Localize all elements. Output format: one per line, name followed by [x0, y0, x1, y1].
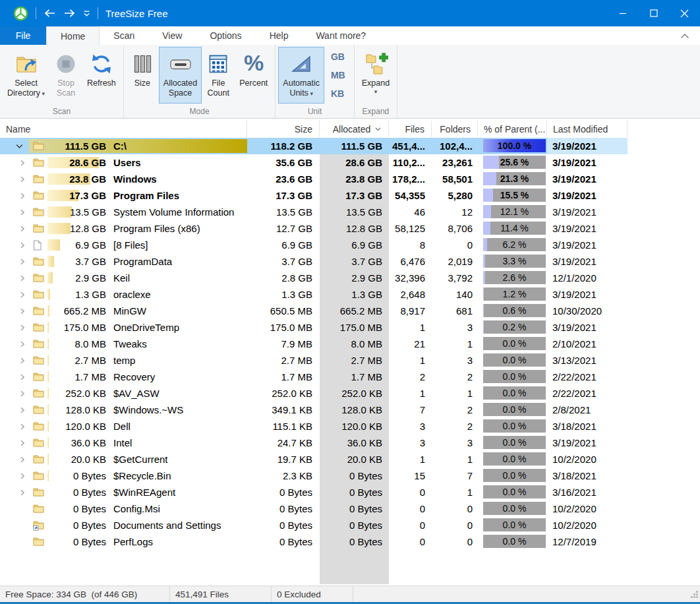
table-row[interactable]: 2.7 MBtemp2.7 MB2.7 MB130.0 %3/13/2021 — [0, 352, 700, 369]
resize-grip[interactable] — [690, 590, 699, 601]
table-row[interactable]: 20.0 KB$GetCurrent19.7 KB20.0 KB110.0 %1… — [0, 451, 700, 468]
allocated-cell: 120.0 KB — [320, 418, 389, 435]
name-cell: 6.9 GB[8 Files] — [0, 237, 247, 253]
size-label: 1.7 MB — [0, 369, 106, 385]
tab-options[interactable]: Options — [196, 26, 255, 45]
titlebar-left: TreeSize Free — [0, 6, 607, 21]
close-button[interactable] — [669, 0, 700, 26]
window-title: TreeSize Free — [105, 8, 167, 19]
column-header-allocated[interactable]: Allocated — [320, 121, 389, 137]
quick-access-dropdown-icon[interactable] — [83, 11, 90, 16]
column-header-size[interactable]: Size — [247, 121, 320, 137]
ribbon-group-label: Unit — [278, 104, 351, 118]
file-count-button[interactable]: FileCount — [202, 47, 234, 104]
table-row[interactable]: 0 Bytes$Recycle.Bin2.3 KB0 Bytes1570.0 %… — [0, 468, 700, 484]
folder-name: OneDriveTemp — [113, 319, 179, 336]
modified-cell: 2/10/2021 — [547, 336, 627, 352]
table-row[interactable]: 0 Bytes$WinREAgent0 Bytes0 Bytes010.0 %3… — [0, 484, 700, 500]
tab-help[interactable]: Help — [256, 26, 303, 45]
percent-bar: 100.0 % — [483, 139, 546, 152]
modified-cell: 3/19/2021 — [547, 237, 627, 253]
table-row[interactable]: 111.5 GBC:\118.2 GB111.5 GB451,4...102,4… — [0, 138, 700, 154]
percent-label: 3.3 % — [483, 255, 546, 268]
column-header-modified[interactable]: Last Modified — [547, 121, 627, 137]
percent-bar: 0.0 % — [483, 535, 546, 548]
table-row[interactable]: 128.0 KB$Windows.~WS349.1 KB128.0 KB720.… — [0, 402, 700, 418]
table-row[interactable]: 8.0 MBTweaks7.9 MB8.0 MB2110.0 %2/10/202… — [0, 336, 700, 352]
modified-cell: 10/2/2020 — [547, 500, 627, 517]
expand-button[interactable]: Expand▾ — [357, 47, 394, 104]
percent-label: 11.4 % — [483, 222, 546, 235]
percent-label: 100.0 % — [483, 139, 546, 152]
table-row[interactable]: 252.0 KB$AV_ASW252.0 KB252.0 KB110.0 %2/… — [0, 385, 700, 402]
back-icon[interactable] — [44, 9, 56, 18]
allocated-space-button[interactable]: AllocatedSpace — [159, 47, 202, 104]
table-row[interactable]: 13.5 GBSystem Volume Information13.5 GB1… — [0, 204, 700, 220]
table-row[interactable]: 665.2 MBMinGW650.5 MB665.2 MB8,9176810.6… — [0, 303, 700, 319]
table-row[interactable]: 12.8 GBProgram Files (x86)12.7 GB12.8 GB… — [0, 220, 700, 237]
modified-cell: 12/1/2020 — [547, 270, 627, 286]
table-row[interactable]: 175.0 MBOneDriveTemp175.0 MB175.0 MB130.… — [0, 319, 700, 336]
percent-bar: 21.3 % — [483, 172, 546, 185]
percent-cell: 0.0 % — [478, 352, 547, 369]
minimize-button[interactable] — [607, 0, 638, 26]
table-row[interactable]: 28.6 GBUsers35.6 GB28.6 GB110,2...23,261… — [0, 154, 700, 171]
folder-name: Config.Msi — [113, 500, 160, 517]
folders-cell: 0 — [432, 517, 478, 533]
collapse-ribbon-icon[interactable] — [680, 26, 689, 45]
unit-mb-button[interactable]: MB — [331, 68, 345, 82]
treesize-logo-icon[interactable] — [13, 6, 28, 21]
percent-cell: 25.6 % — [478, 154, 547, 171]
menu-file[interactable]: File — [0, 26, 46, 45]
table-row[interactable]: 120.0 KBDell115.1 KB120.0 KB320.0 %3/18/… — [0, 418, 700, 435]
allocated-cell: 665.2 MB — [320, 303, 389, 319]
table-row[interactable]: 3.7 GBProgramData3.7 GB3.7 GB6,4762,0193… — [0, 253, 700, 270]
table-row[interactable]: 0 BytesPerfLogs0 Bytes0 Bytes000.0 %12/7… — [0, 533, 700, 550]
tab-want-more[interactable]: Want more? — [302, 26, 380, 45]
unit-gb-button[interactable]: GB — [331, 49, 345, 64]
percent-button[interactable]: %Percent — [235, 47, 272, 104]
forward-icon[interactable] — [63, 9, 76, 18]
folders-cell: 2,019 — [432, 253, 478, 270]
allocated-cell: 2.7 MB — [320, 352, 389, 369]
table-row[interactable]: 1.7 MBRecovery1.7 MB1.7 MB220.0 %2/22/20… — [0, 369, 700, 385]
percent-bar: 11.4 % — [483, 222, 546, 235]
percent-bar: 0.0 % — [483, 386, 546, 400]
table-row[interactable]: 2.9 GBKeil2.8 GB2.9 GB32,3963,7922.6 %12… — [0, 270, 700, 286]
select-directory-button[interactable]: SelectDirectory ▾ — [3, 47, 49, 104]
folder-name: $Windows.~WS — [113, 402, 183, 418]
table-row[interactable]: 23.8 GBWindows23.6 GB23.8 GB178,2...58,5… — [0, 171, 700, 187]
modified-cell: 3/19/2021 — [547, 138, 627, 154]
size-label: 0 Bytes — [0, 484, 106, 500]
refresh-button[interactable]: Refresh — [82, 47, 121, 104]
table-row[interactable]: 6.9 GB[8 Files]6.9 GB6.9 GB806.2 %3/19/2… — [0, 237, 700, 253]
size-button[interactable]: Size — [127, 47, 158, 104]
size-label: 13.5 GB — [0, 204, 106, 220]
table-row[interactable]: 36.0 KBIntel24.7 KB36.0 KB330.0 %3/19/20… — [0, 435, 700, 451]
percent-label: 0.2 % — [483, 320, 546, 334]
tab-view[interactable]: View — [148, 26, 196, 45]
folders-cell: 23,261 — [432, 154, 478, 171]
ribbon-group-mode: SizeAllocatedSpaceFileCount%PercentMode — [124, 45, 276, 118]
tab-scan[interactable]: Scan — [100, 26, 148, 45]
tab-home[interactable]: Home — [46, 26, 100, 45]
automatic-units-button[interactable]: AutomaticUnits ▾ — [278, 47, 324, 104]
table-row[interactable]: 17.3 GBProgram Files17.3 GB17.3 GB54,355… — [0, 187, 700, 204]
percent-bar: 0.0 % — [483, 518, 546, 531]
table-row[interactable]: 0 BytesDocuments and Settings0 Bytes0 By… — [0, 517, 700, 533]
column-header-folders[interactable]: Folders — [432, 121, 478, 137]
table-row[interactable]: 0 BytesConfig.Msi0 Bytes0 Bytes000.0 %10… — [0, 500, 700, 517]
percent-cell: 2.6 % — [478, 270, 547, 286]
table-row[interactable]: 1.3 GBoraclexe1.3 GB1.3 GB2,6481401.2 %3… — [0, 286, 700, 303]
size-cell: 3.7 GB — [247, 253, 320, 270]
modified-cell: 3/19/2021 — [547, 435, 627, 451]
unit-kb-button[interactable]: KB — [331, 86, 345, 101]
column-header-name[interactable]: Name — [0, 121, 247, 137]
allocated-cell: 0 Bytes — [320, 517, 389, 533]
allocated-cell: 6.9 GB — [320, 237, 389, 253]
size-label: 0 Bytes — [0, 533, 106, 550]
name-cell: 1.7 MBRecovery — [0, 369, 247, 385]
column-header-percent[interactable]: % of Parent (... — [478, 121, 547, 137]
maximize-button[interactable] — [638, 0, 669, 26]
column-header-files[interactable]: Files — [389, 121, 432, 137]
